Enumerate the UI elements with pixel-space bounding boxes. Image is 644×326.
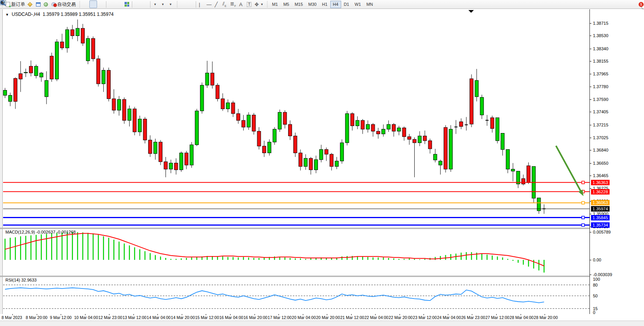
- timeframe-button-M15[interactable]: M15: [292, 1, 306, 8]
- time-axis-tick: [61, 314, 61, 315]
- data-window-button[interactable]: [34, 0, 42, 8]
- macd-histogram-bar: [25, 236, 26, 260]
- line-handle[interactable]: [582, 216, 584, 219]
- crosshair-button[interactable]: [187, 0, 195, 8]
- down-arrow-annotation[interactable]: [556, 146, 581, 193]
- bar-chart-button[interactable]: [82, 0, 89, 8]
- bull-candle: [205, 73, 209, 85]
- macd-histogram-bar: [82, 232, 84, 260]
- chart-shift-marker[interactable]: [468, 10, 474, 13]
- new-order-button[interactable]: 新订单: [4, 0, 27, 8]
- market-watch-button[interactable]: [27, 0, 34, 8]
- price-tick-label: 1.38340: [593, 46, 608, 51]
- time-axis-tick: [12, 314, 13, 315]
- timeframe-button-M5[interactable]: M5: [280, 1, 292, 8]
- price-tick-label: 1.37215: [593, 123, 608, 127]
- price-tick-label: 1.38530: [593, 33, 608, 38]
- bear-candle: [164, 162, 167, 169]
- cursor-button[interactable]: [179, 0, 187, 8]
- bear-candle: [361, 120, 364, 129]
- time-axis-tick: [109, 314, 109, 315]
- macd-histogram-bar: [388, 258, 389, 260]
- timeframe-button-H1[interactable]: H1: [319, 1, 330, 8]
- bear-candle: [242, 120, 245, 127]
- macd-histogram-bar: [150, 253, 151, 260]
- templates-button[interactable]: ▼: [167, 0, 175, 8]
- text-label-button[interactable]: T: [245, 0, 253, 8]
- zoom-out-button[interactable]: [115, 0, 123, 8]
- time-tick-label: 23 Mar 12:00: [413, 315, 437, 320]
- auto-scroll-button[interactable]: [141, 0, 149, 8]
- timeframe-button-MN[interactable]: MN: [364, 1, 376, 8]
- macd-panel[interactable]: MACD(12,26,9) -0.002637 -0.001268: [3, 229, 589, 276]
- line-chart-button[interactable]: [97, 0, 105, 8]
- equidistant-channel-button[interactable]: ⫽E: [221, 0, 229, 8]
- tile-windows-icon: [125, 2, 129, 7]
- macd-histogram-bar: [487, 254, 488, 260]
- macd-histogram-bar: [129, 246, 130, 260]
- chart-menu-icon[interactable]: ▼: [5, 13, 9, 17]
- candlestick-chart-button[interactable]: [89, 0, 97, 8]
- text-icon: A: [239, 2, 243, 7]
- text-button[interactable]: A: [237, 0, 245, 8]
- axis-tick: [590, 23, 591, 24]
- bull-candle: [278, 112, 282, 129]
- macd-histogram-bar: [512, 260, 514, 261]
- price-chart-panel[interactable]: [3, 9, 589, 228]
- time-tick-label: 14 Mar 20:00: [171, 315, 195, 320]
- bull-candle: [179, 153, 183, 170]
- macd-histogram-bar: [160, 256, 161, 260]
- timeframe-button-H4[interactable]: H4: [330, 1, 341, 8]
- bull-candle: [387, 125, 390, 129]
- level-price-chip: 1.36228: [591, 189, 610, 195]
- rsi-tick-label: 50: [593, 294, 598, 298]
- macd-chart[interactable]: [3, 229, 589, 276]
- line-handle[interactable]: [582, 224, 584, 226]
- chevron-down-icon: ▼: [260, 3, 263, 6]
- macd-histogram-bar: [305, 259, 306, 259]
- macd-histogram-bar: [533, 260, 535, 268]
- timeframe-button-W1[interactable]: W1: [352, 1, 364, 8]
- candlestick-chart[interactable]: [3, 9, 589, 228]
- periods-button[interactable]: ▼: [159, 0, 167, 8]
- trendline-button[interactable]: ╱: [213, 0, 221, 8]
- auto-trading-button[interactable]: 自动交易: [50, 0, 77, 8]
- rsi-panel[interactable]: RSI(14) 32.9633: [3, 277, 589, 314]
- auto-trading-icon: [51, 2, 56, 6]
- search-icon[interactable]: [0, 0, 6, 6]
- bear-candle: [527, 166, 530, 183]
- timeframe-button-M30[interactable]: M30: [306, 1, 319, 8]
- macd-histogram-bar: [119, 242, 120, 260]
- bull-candle: [382, 129, 385, 134]
- timeframe-button-D1[interactable]: D1: [341, 1, 352, 8]
- bear-candle: [522, 179, 525, 184]
- tile-windows-button[interactable]: [123, 0, 131, 8]
- navigator-button[interactable]: [42, 0, 50, 8]
- macd-histogram-bar: [155, 255, 156, 260]
- price-axis[interactable]: 1.387151.385301.383401.381551.379651.377…: [589, 9, 644, 320]
- macd-histogram-bar: [362, 256, 363, 260]
- chart-shift-button[interactable]: [133, 0, 141, 8]
- new-chart-button[interactable]: ▼: [152, 0, 159, 8]
- bear-candle: [91, 38, 95, 59]
- fibonacci-button[interactable]: ≣F: [229, 0, 237, 8]
- bull-candle: [397, 128, 401, 131]
- time-axis[interactable]: 8 Mar 20238 Mar 20:009 Mar 12:0010 Mar 0…: [0, 314, 644, 321]
- line-handle[interactable]: [582, 181, 584, 184]
- time-axis-tick: [157, 314, 158, 315]
- arrows-button[interactable]: ✥▼: [253, 0, 265, 8]
- line-handle[interactable]: [582, 201, 584, 204]
- horizontal-line-button[interactable]: —: [205, 0, 213, 8]
- macd-histogram-bar: [217, 256, 218, 260]
- timeframe-button-M1[interactable]: M1: [269, 1, 280, 8]
- bull-candle: [356, 120, 359, 126]
- time-tick-label: 27 Mar 12:00: [485, 315, 509, 320]
- vertical-line-button[interactable]: |: [197, 0, 205, 8]
- macd-histogram-bar: [61, 232, 63, 260]
- macd-label: MACD(12,26,9) -0.002637 -0.001268: [5, 230, 76, 234]
- rsi-chart[interactable]: [3, 277, 589, 314]
- zoom-in-button[interactable]: [108, 0, 115, 8]
- time-tick-label: 15 Mar 12:00: [195, 315, 219, 320]
- macd-histogram-bar: [87, 233, 89, 260]
- bull-candle: [511, 169, 515, 171]
